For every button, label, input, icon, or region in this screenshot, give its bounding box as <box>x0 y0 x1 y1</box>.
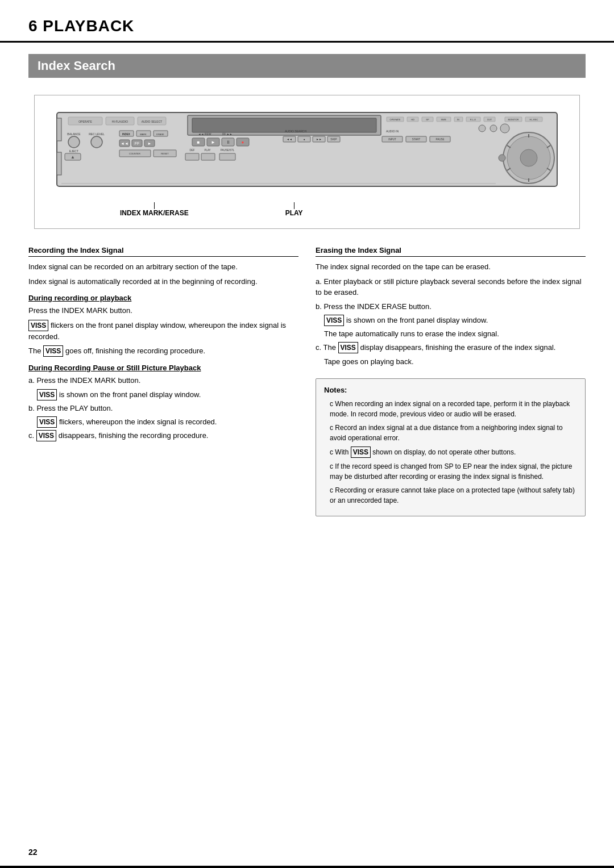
erase-step-b-detail1: VISS is shown on the front panel display… <box>316 315 586 326</box>
chapter-title: 6 PLAYBACK <box>28 17 586 35</box>
svg-text:START: START <box>412 138 421 141</box>
svg-text:SWB: SWB <box>441 118 446 121</box>
svg-text:REC LEVEL: REC LEVEL <box>89 132 105 136</box>
device-image: OPERATE HI-FLAUDIO AUDIO SELECT OPERATE … <box>46 107 568 199</box>
svg-text:IN: IN <box>457 118 459 121</box>
section-title: Index Search <box>38 59 576 73</box>
pause-c-detail: disappears, finishing the recording proc… <box>56 431 208 440</box>
svg-point-95 <box>500 124 509 133</box>
play-label: PLAY <box>285 202 303 217</box>
svg-text:AUDIO SELECT: AUDIO SELECT <box>142 120 163 123</box>
svg-text:◄◄: ◄◄ <box>287 137 292 141</box>
left-column: Recording the Index Signal Index signal … <box>28 246 298 516</box>
device-image-area: OPERATE HI-FLAUDIO AUDIO SELECT OPERATE … <box>34 95 580 229</box>
during-pause-header: During Recording Pause or Still Picture … <box>28 364 298 372</box>
viss-badge-notes: VISS <box>351 446 371 458</box>
viss-badge-7: VISS <box>338 342 358 353</box>
svg-text:RESET: RESET <box>161 152 169 155</box>
pause-step-b-detail: VISS flickers, whereupon the index signa… <box>28 416 298 428</box>
section-heading: Index Search <box>28 54 586 78</box>
svg-point-86 <box>520 149 537 166</box>
svg-text:◄◄: ◄◄ <box>121 141 128 145</box>
viss-badge-2: VISS <box>43 345 63 357</box>
svg-text:AUDIO SEARCH: AUDIO SEARCH <box>285 130 306 133</box>
svg-text:BALANCE: BALANCE <box>67 132 81 136</box>
page-number: 22 <box>28 848 38 857</box>
step1-detail2: The VISS goes off, finishing the recordi… <box>28 345 298 357</box>
svg-text:R-L-E: R-L-E <box>470 118 476 121</box>
note-1: c When recording an index signal on a re… <box>324 399 577 419</box>
pause-c-prefix: c. <box>28 431 36 440</box>
svg-rect-1 <box>57 118 61 141</box>
svg-text:■: ■ <box>197 140 200 145</box>
viss-badge-5: VISS <box>36 430 56 441</box>
note-5: c Recording or erasure cannot take place… <box>324 485 577 506</box>
erase-c-detail: display disappears, finishing the erasur… <box>358 343 556 352</box>
chapter-title-bar: 6 PLAYBACK <box>0 0 614 43</box>
pause-step-a: a. Press the INDEX MARK button. <box>28 375 298 386</box>
content-columns: Recording the Index Signal Index signal … <box>28 246 586 516</box>
svg-text:MARK: MARK <box>140 133 147 136</box>
pause-a-detail-text: is shown on the front panel display wind… <box>57 390 201 399</box>
step1: Press the INDEX MARK button. <box>28 305 298 316</box>
svg-text:OUT: OUT <box>487 118 492 121</box>
tape-playback: Tape goes on playing back. <box>316 356 586 368</box>
erase-c-prefix: c. The <box>316 343 338 352</box>
svg-text:HL-REC: HL-REC <box>530 118 538 121</box>
svg-text:EJECT: EJECT <box>69 149 78 153</box>
svg-rect-81 <box>185 153 199 160</box>
erase-intro: The index signal recorded on the tape ca… <box>316 261 586 273</box>
svg-text:OPERATE: OPERATE <box>78 120 92 123</box>
svg-rect-82 <box>201 153 215 160</box>
svg-rect-2 <box>57 152 61 175</box>
svg-rect-83 <box>219 153 235 160</box>
svg-text:COUNTER: COUNTER <box>129 152 140 155</box>
note-3: c With VISS shown on display, do not ope… <box>324 446 577 458</box>
svg-text:▲: ▲ <box>70 155 75 160</box>
viss-badge-3: VISS <box>37 389 57 400</box>
svg-text:►►: ►► <box>316 137 322 141</box>
svg-text:DEF: DEF <box>190 149 195 152</box>
note-2: c Record an index signal at a due distan… <box>324 423 577 443</box>
notes-box: Notes: c When recording an index signal … <box>316 378 586 516</box>
pause-step-c: c. VISS disappears, finishing the record… <box>28 430 298 441</box>
svg-point-32 <box>91 136 102 148</box>
pause-b-detail-text: flickers, whereupon the index signal is … <box>57 418 217 426</box>
svg-text:HI-FLAUDIO: HI-FLAUDIO <box>112 120 128 123</box>
viss-badge-1: VISS <box>28 320 48 331</box>
bottom-border <box>0 866 614 868</box>
svg-text:FF ►►: FF ►► <box>222 132 232 136</box>
svg-point-31 <box>68 136 80 148</box>
svg-text:HD: HD <box>411 118 414 121</box>
erase-b-detail1-text: is shown on the front panel display wind… <box>344 316 488 324</box>
auto-text: Index signal is automatically recorded a… <box>28 276 298 287</box>
step1-detail2-prefix: The <box>28 347 43 355</box>
svg-text:◄◄ REW: ◄◄ REW <box>198 132 211 136</box>
svg-text:AUDIO IN: AUDIO IN <box>386 130 399 133</box>
pause-step-b: b. Press the PLAY button. <box>28 403 298 414</box>
svg-text:PLAY: PLAY <box>204 149 210 152</box>
svg-text:OPERATE: OPERATE <box>390 118 401 121</box>
svg-text:●: ● <box>242 140 244 145</box>
svg-point-93 <box>479 125 486 132</box>
svg-text:►: ► <box>148 141 152 145</box>
erasing-header: Erasing the Index Signal <box>316 246 586 257</box>
erase-step-b-detail2: The tape automatically runs to erase the… <box>316 328 586 340</box>
svg-text:PAUSE/STL: PAUSE/STL <box>221 149 235 152</box>
recording-header: Recording the Index Signal <box>28 246 298 257</box>
viss-badge-4: VISS <box>37 416 57 428</box>
svg-text:ERASE: ERASE <box>156 133 164 136</box>
svg-text:SKIP: SKIP <box>330 137 337 141</box>
erase-step-c: c. The VISS display disappears, finishin… <box>316 342 586 353</box>
svg-text:●: ● <box>303 137 305 141</box>
svg-point-96 <box>499 155 505 161</box>
erase-step-b: b. Press the INDEX ERASE button. <box>316 301 586 312</box>
svg-text:MONITOR: MONITOR <box>508 118 519 121</box>
during-recording-header: During recording or playback <box>28 294 298 302</box>
viss-badge-6: VISS <box>324 315 344 326</box>
note-4: c If the record speed is changed from SP… <box>324 461 577 482</box>
index-mark-erase-label: INDEX MARK/ERASE <box>120 202 189 217</box>
svg-text:⏸: ⏸ <box>226 140 230 145</box>
pause-step-a-detail: VISS is shown on the front panel display… <box>28 389 298 400</box>
svg-point-94 <box>490 125 497 132</box>
